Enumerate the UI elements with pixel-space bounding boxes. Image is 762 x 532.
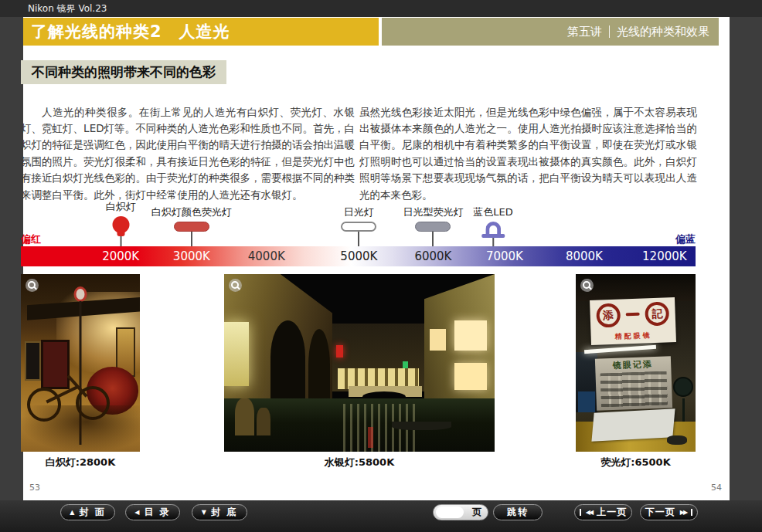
- scale-tick: 6000K: [414, 246, 451, 266]
- rewind-icon: ◀◀: [586, 509, 592, 516]
- photo1-ground-shadow: [21, 405, 140, 452]
- photo-mercury-lamp[interactable]: [224, 274, 495, 452]
- photo3-eyewear-rows: [600, 371, 668, 408]
- temperature-gradient-bar: 2000K3000K4000K5000K6000K7000K8000K12000…: [21, 246, 696, 266]
- skip-end-icon: [691, 509, 692, 516]
- tube-gray-icon: [415, 222, 451, 232]
- lamp-marker-tube-gray: 日光型荧光灯: [403, 205, 463, 246]
- photo3-display-board: 镜眼记添: [595, 356, 672, 410]
- down-triangle-icon: ▼: [202, 509, 206, 516]
- next-page-button[interactable]: 下一页 ▶▶: [640, 504, 698, 520]
- ebook-viewer: Nikon 镜界 Vol.23 53 54 了解光线的种类2 人造光 第五讲 光…: [0, 0, 762, 532]
- photo-incandescent[interactable]: [21, 274, 140, 452]
- scale-tick: 2000K: [102, 246, 139, 266]
- photo3-sign-left-lens: 添: [596, 303, 621, 328]
- page-number-right: 54: [711, 483, 722, 493]
- photo3-blue-box: [578, 391, 595, 413]
- cover-button-label: 封 面: [79, 506, 105, 519]
- scale-tick: 8000K: [566, 246, 603, 266]
- photo2-lit-window: [430, 329, 446, 351]
- jump-button-label: 跳转: [507, 506, 529, 519]
- photo3-board-text: 镜眼记添: [595, 357, 671, 371]
- photo3-glasses-sign: 添 記 精配眼镜: [590, 297, 676, 344]
- lamp-label: 白炽灯颜色荧光灯: [151, 205, 232, 219]
- scale-label-red: 偏红: [21, 232, 41, 246]
- photo-caption: 荧光灯:6500K: [576, 456, 696, 469]
- photo3-sign-right-lens: 記: [645, 302, 669, 327]
- lamp-label: 日光灯: [344, 205, 374, 219]
- photo2-red-reflection: [368, 427, 373, 449]
- article-header: 了解光线的种类2 人造光: [23, 18, 379, 46]
- window-titlebar: Nikon 镜界 Vol.23: [0, 0, 762, 17]
- scale-tick: 12000K: [642, 246, 687, 266]
- page-number-input[interactable]: [436, 507, 464, 518]
- page-number-left: 53: [29, 483, 40, 493]
- photo2-lit-window: [454, 363, 487, 390]
- left-triangle-icon: ◀: [134, 509, 139, 516]
- back-cover-button-label: 封 底: [211, 506, 237, 519]
- toc-button[interactable]: ◀ 目 录: [125, 504, 180, 520]
- page-unit-label: 页: [472, 506, 481, 519]
- photo-caption: 白炽灯:2800K: [21, 456, 140, 469]
- photo2-lit-shop-window: [224, 322, 249, 386]
- lamp-markers: 白炽灯白炽灯颜色荧光灯日光灯日光型荧光灯蓝色LED: [21, 200, 696, 246]
- zoom-icon[interactable]: [229, 279, 242, 292]
- scale-tick: 4000K: [248, 246, 285, 266]
- window-title: Nikon 镜界 Vol.23: [28, 2, 107, 15]
- scale-tick: 5000K: [340, 246, 377, 266]
- photo1-red-door: [41, 340, 70, 389]
- up-triangle-icon: ▲: [70, 509, 74, 516]
- header-divider: [609, 25, 610, 38]
- photo3-ceiling: [576, 274, 696, 301]
- article-title: 了解光线的种类2 人造光: [31, 21, 230, 42]
- skip-start-icon: [580, 509, 581, 516]
- photo2-mooring-pole: [257, 408, 270, 436]
- photo1-menu-board: [25, 341, 42, 381]
- toc-button-label: 目 录: [144, 506, 170, 519]
- photo3-dark-object: [667, 435, 687, 445]
- chapter-header: 第五讲 光线的种类和效果: [382, 18, 719, 46]
- photo2-red-sign: [336, 345, 343, 357]
- lamp-label: 蓝色LED: [473, 205, 512, 219]
- led-icon: [481, 222, 505, 238]
- next-page-label: 下一页: [645, 506, 675, 519]
- body-column-right: 虽然光线色彩接近太阳光，但是光线色彩中绿色偏强，属于不太容易表现出被摄体本来颜色…: [359, 104, 697, 203]
- cover-button[interactable]: ▲ 封 面: [60, 504, 115, 520]
- photo3-fan-pole: [682, 398, 685, 423]
- photo-caption: 水银灯:5800K: [224, 456, 495, 469]
- previous-page-button[interactable]: ◀◀ 上一页: [574, 504, 632, 520]
- lamp-marker-tube-red: 白炽灯颜色荧光灯: [151, 205, 232, 246]
- photo2-green-light: [403, 361, 408, 368]
- tube-red-icon: [174, 222, 209, 232]
- chapter-topic: 光线的种类和效果: [617, 25, 709, 39]
- photo3-sign-subtitle: 精配眼镜: [590, 330, 675, 343]
- jump-button[interactable]: 跳转: [493, 504, 543, 520]
- navigation-toolbar: ▲ 封 面 ◀ 目 录 ▼ 封 底 页 跳转 ◀◀ 上一页 下一页 ▶▶: [0, 500, 762, 532]
- photo3-sign-glasses-bridge: [625, 313, 639, 317]
- scale-label-blue: 偏蓝: [675, 232, 696, 246]
- lamp-label: 白炽灯: [106, 200, 136, 214]
- section-header: 不同种类的照明带来不同的色彩: [21, 60, 226, 84]
- previous-page-label: 上一页: [597, 506, 627, 519]
- zoom-icon[interactable]: [580, 279, 594, 292]
- scale-tick: 3000K: [173, 246, 210, 266]
- section-title: 不同种类的照明带来不同的色彩: [32, 63, 216, 81]
- photo2-mooring-pole: [235, 398, 254, 435]
- photo2-boat: [392, 422, 451, 431]
- scale-tick: 7000K: [486, 246, 523, 266]
- chapter-label: 第五讲: [567, 25, 602, 39]
- photo2-lit-window: [454, 320, 487, 351]
- zoom-icon[interactable]: [26, 279, 39, 292]
- back-cover-button[interactable]: ▼ 封 底: [192, 504, 247, 520]
- tube-white-icon: [341, 222, 376, 232]
- fast-forward-icon: ▶▶: [680, 509, 686, 516]
- photo3-white-board: [591, 408, 675, 442]
- photo-fluorescent[interactable]: 添 記 精配眼镜 镜眼记添: [576, 274, 696, 452]
- bulb-icon: [112, 216, 129, 236]
- lamp-marker-led: 蓝色LED: [473, 205, 512, 246]
- color-temperature-scale: 白炽灯白炽灯颜色荧光灯日光灯日光型荧光灯蓝色LED 偏红 偏蓝 2000K300…: [21, 200, 696, 271]
- lamp-marker-bulb: 白炽灯: [106, 200, 136, 246]
- lamp-label: 日光型荧光灯: [403, 205, 463, 219]
- lamp-marker-tube-white: 日光灯: [341, 205, 376, 246]
- photo1-street-sign: [74, 286, 87, 302]
